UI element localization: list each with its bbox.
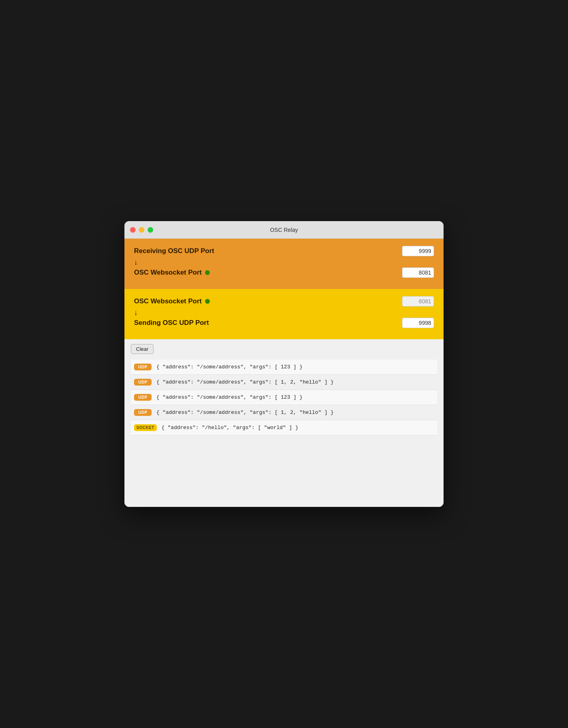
sending-port-row: Sending OSC UDP Port [134, 318, 434, 328]
maximize-button[interactable] [148, 227, 153, 233]
websocket-port-input-1[interactable] [402, 267, 434, 278]
log-badge: UDP [134, 409, 152, 416]
receiving-udp-label: Receiving OSC UDP Port [134, 247, 214, 255]
log-section: Clear UDP{ "address": "/some/address", "… [124, 339, 444, 507]
log-message: { "address": "/some/address", "args": [ … [156, 394, 303, 400]
log-badge: UDP [134, 364, 152, 370]
websocket-label-1: OSC Websocket Port [134, 269, 210, 277]
window-title: OSC Relay [270, 227, 298, 233]
minimize-button[interactable] [139, 227, 144, 233]
websocket-status-dot-2 [205, 299, 210, 304]
log-message: { "address": "/some/address", "args": [ … [156, 379, 334, 385]
titlebar: OSC Relay [124, 221, 444, 239]
log-row: UDP{ "address": "/some/address", "args":… [131, 405, 437, 420]
websocket-port-input-2[interactable] [402, 296, 434, 307]
arrow-down-2: ↓ [134, 309, 434, 316]
websocket-port-row-1: OSC Websocket Port [134, 267, 434, 278]
log-message: { "address": "/hello", "args": [ "world"… [162, 425, 298, 431]
receiving-udp-port-input[interactable] [402, 246, 434, 256]
close-button[interactable] [130, 227, 136, 233]
log-message: { "address": "/some/address", "args": [ … [156, 364, 303, 370]
clear-button[interactable]: Clear [131, 344, 154, 354]
log-row: UDP{ "address": "/some/address", "args":… [131, 390, 437, 405]
websocket-label-2: OSC Websocket Port [134, 297, 210, 305]
log-message: { "address": "/some/address", "args": [ … [156, 410, 334, 415]
websocket-port-row-2: OSC Websocket Port [134, 296, 434, 307]
log-row: SOCKET{ "address": "/hello", "args": [ "… [131, 420, 437, 435]
log-row: UDP{ "address": "/some/address", "args":… [131, 360, 437, 375]
websocket-status-dot-1 [205, 270, 210, 275]
udp-to-websocket-section: Receiving OSC UDP Port ↓ OSC Websocket P… [124, 239, 444, 289]
websocket-to-udp-section: OSC Websocket Port ↓ Sending OSC UDP Por… [124, 289, 444, 339]
window-controls [130, 227, 153, 233]
log-badge: SOCKET [134, 424, 157, 431]
app-window: OSC Relay Receiving OSC UDP Port ↓ OSC W… [124, 221, 444, 507]
sending-udp-port-input[interactable] [402, 318, 434, 328]
log-row: UDP{ "address": "/some/address", "args":… [131, 375, 437, 390]
arrow-down-1: ↓ [134, 259, 434, 266]
sending-udp-label: Sending OSC UDP Port [134, 319, 209, 327]
receiving-port-row: Receiving OSC UDP Port [134, 246, 434, 256]
log-entries: UDP{ "address": "/some/address", "args":… [131, 360, 437, 435]
log-badge: UDP [134, 379, 152, 386]
log-badge: UDP [134, 394, 152, 401]
